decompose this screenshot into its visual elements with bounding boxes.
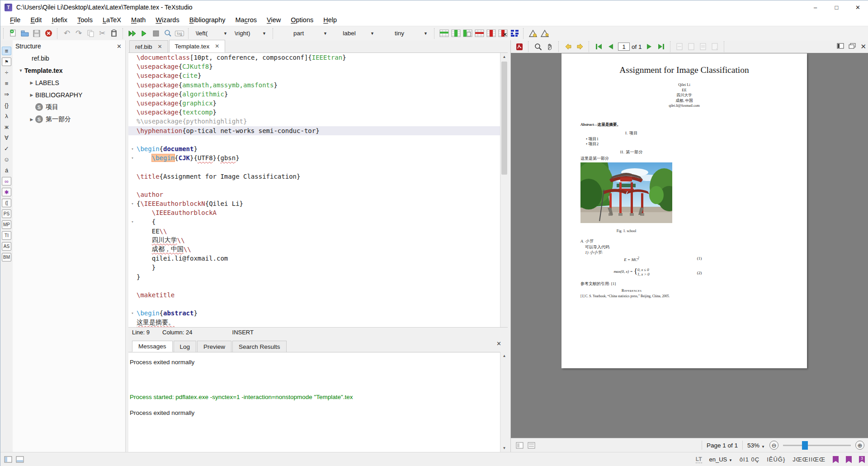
fold-marker-icon[interactable]: ▾ — [128, 219, 137, 224]
pdf-hand-tool-icon[interactable] — [544, 41, 556, 52]
tree-expander-icon[interactable]: ▶ — [28, 81, 35, 85]
code-line[interactable] — [128, 300, 500, 309]
menu-idefix[interactable]: Idefix — [47, 15, 72, 25]
code-line[interactable] — [128, 281, 500, 290]
remove-row-icon[interactable] — [473, 28, 485, 39]
code-line[interactable]: %\usepackage{pythonhighlight} — [128, 117, 500, 126]
code-line[interactable]: \usepackage{graphicx} — [128, 99, 500, 108]
code-line[interactable]: ▾ \begin{CJK}{UTF8}{gbsn} — [128, 153, 500, 162]
add-column-icon[interactable] — [450, 28, 462, 39]
code-line[interactable]: ▾\begin{abstract} — [128, 309, 500, 318]
pdf-zoom-slider[interactable] — [783, 445, 851, 446]
menu-macros[interactable]: Macros — [231, 15, 262, 25]
view-pdf-icon[interactable] — [162, 28, 174, 39]
tab-template-tex[interactable]: Template.tex✕ — [169, 40, 226, 52]
languagetool-status[interactable]: LT — [696, 456, 702, 463]
menu-bibliography[interactable]: Bibliography — [184, 15, 231, 25]
menu-wizards[interactable]: Wizards — [151, 15, 184, 25]
paste-icon[interactable] — [108, 28, 120, 39]
clear-column-icon[interactable] — [497, 28, 509, 39]
left-delimiter-dropdown[interactable]: \left(▼ — [192, 28, 231, 39]
code-line[interactable]: \usepackage{algorithmic} — [128, 90, 500, 99]
misc-symbols-icon[interactable]: ☺ — [2, 155, 11, 164]
code-line[interactable]: 成都，中国\\ — [128, 245, 500, 254]
checkmark-symbols-icon[interactable]: ✓ — [2, 144, 11, 153]
code-line[interactable]: \usepackage{cite} — [128, 71, 500, 80]
messages-tab-search-results[interactable]: Search Results — [232, 341, 287, 352]
code-line[interactable]: \maketitle — [128, 290, 500, 300]
menu-options[interactable]: Options — [286, 15, 318, 25]
close-file-icon[interactable] — [42, 28, 54, 39]
structure-icon[interactable]: ≣ — [2, 47, 11, 55]
braces-icon[interactable]: {} — [2, 101, 11, 109]
label-dropdown[interactable]: label▼ — [331, 28, 378, 39]
code-line[interactable]: \usepackage{textcomp} — [128, 108, 500, 117]
add-row-icon[interactable] — [438, 28, 450, 39]
structure-item[interactable]: ▼Template.tex — [13, 64, 125, 76]
menu-edit[interactable]: Edit — [25, 15, 47, 25]
view-log-icon[interactable]: log — [174, 28, 185, 39]
pdf-page-input[interactable]: 1 — [618, 43, 630, 51]
code-line[interactable] — [128, 181, 500, 190]
asymptote-icon[interactable]: AS — [2, 242, 11, 251]
menu-latex[interactable]: LaTeX — [98, 15, 126, 25]
code-editor[interactable]: \documentclass[10pt, conference, compsoc… — [128, 53, 500, 327]
toggle-messages-panel-icon[interactable] — [14, 454, 26, 465]
code-line[interactable] — [128, 162, 500, 171]
structure-item[interactable]: ▶S第一部分 — [13, 113, 125, 125]
remove-column-icon[interactable] — [485, 28, 497, 39]
pdf-zoom-in-button[interactable]: ⊕ — [855, 441, 864, 450]
maximize-button[interactable]: □ — [826, 0, 847, 14]
build-and-view-icon[interactable] — [127, 28, 138, 39]
editor-scrollbar[interactable]: ▲ ▼ — [500, 53, 508, 337]
code-line[interactable]: 四川大学\\ — [128, 236, 500, 245]
math-operators-icon[interactable]: ÷ — [2, 68, 11, 77]
code-line[interactable]: \documentclass[10pt, conference, compsoc… — [128, 53, 500, 62]
scroll-up-icon[interactable]: ▲ — [500, 53, 508, 61]
tab-ref-bib[interactable]: ref.bib✕ — [129, 40, 168, 52]
copy-icon[interactable] — [85, 28, 96, 39]
structure-close-icon[interactable]: ✕ — [117, 43, 122, 50]
accents-icon[interactable]: á — [2, 166, 11, 175]
pdf-sidebar-toggle-icon[interactable] — [837, 43, 844, 50]
pdf-overview-icon[interactable] — [525, 440, 537, 451]
metapost-icon[interactable]: MP — [2, 220, 11, 229]
text-lines-icon[interactable]: ≡ — [2, 79, 11, 88]
pdf-forward-icon[interactable] — [574, 41, 586, 52]
sectioning-dropdown[interactable]: part▼ — [277, 28, 331, 39]
open-file-icon[interactable] — [19, 28, 31, 39]
stop-icon[interactable] — [150, 28, 162, 39]
fold-marker-icon[interactable]: ▾ — [128, 201, 137, 206]
code-line[interactable]: EE\\ — [128, 227, 500, 236]
code-line[interactable]: } — [128, 272, 500, 281]
bookmark-icon-2[interactable] — [846, 456, 852, 463]
code-line[interactable]: ▾\begin{document} — [128, 144, 500, 153]
fold-marker-icon[interactable]: ▾ — [128, 156, 137, 160]
code-line[interactable]: qilei.li@foxmail.com — [128, 254, 500, 263]
pdf-thumbnail-view-icon[interactable] — [514, 440, 525, 451]
previous-warning-icon[interactable] — [527, 28, 539, 39]
pdf-close-icon[interactable]: ✕ — [860, 43, 866, 51]
delimiters-icon[interactable]: ([ — [2, 199, 11, 207]
cyrillic-icon[interactable]: ж — [2, 123, 11, 131]
pdf-first-page-icon[interactable] — [593, 41, 604, 52]
align-columns-icon[interactable] — [509, 28, 520, 39]
code-line[interactable]: \author — [128, 190, 500, 199]
save-icon[interactable] — [31, 28, 42, 39]
special-chars-icon[interactable]: ✱ — [2, 188, 11, 196]
structure-item[interactable]: ▶LABELS — [13, 76, 125, 89]
code-line[interactable]: \hyphenation{op-tical net-works semi-con… — [128, 126, 500, 135]
messages-tab-messages[interactable]: Messages — [132, 341, 173, 352]
pdf-back-icon[interactable] — [562, 41, 574, 52]
cut-icon[interactable]: ✂ — [96, 28, 108, 39]
bookmark-icon-3[interactable]: 3 — [859, 456, 865, 463]
code-line[interactable]: } — [128, 263, 500, 272]
bookmark-icon-1[interactable] — [833, 456, 839, 463]
pdf-zoom-value[interactable]: 53% — [747, 442, 760, 449]
view-icon[interactable] — [138, 28, 150, 39]
code-line[interactable]: \title{Assignment for Image Classificati… — [128, 171, 500, 181]
code-line[interactable]: ▾ { — [128, 217, 500, 226]
pdf-prev-page-icon[interactable] — [604, 41, 616, 52]
structure-item[interactable]: ▶BIBLIOGRAPHY — [13, 89, 125, 101]
pdf-next-page-icon[interactable] — [644, 41, 656, 52]
